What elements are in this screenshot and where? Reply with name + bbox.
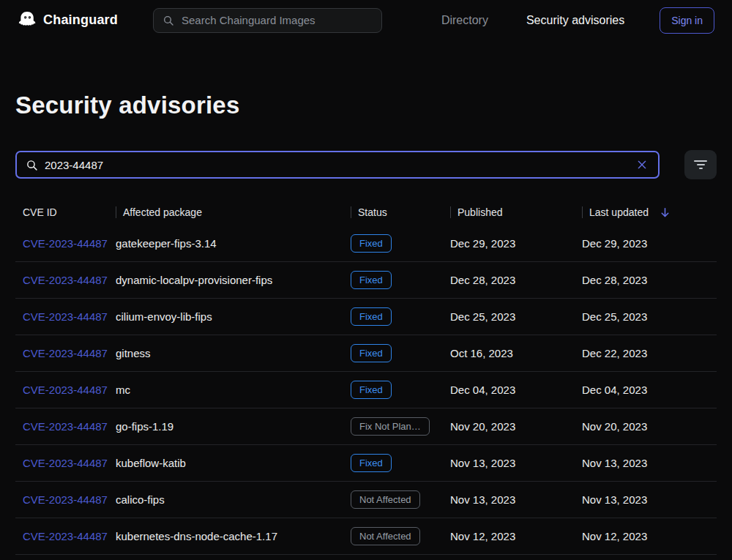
table-row: CVE-2023-44487 gatekeeper-fips-3.14 Fixe… (15, 225, 717, 262)
status-badge: Not Affected (351, 527, 420, 545)
cve-id-link[interactable]: CVE-2023-44487 (23, 310, 108, 323)
chainguard-logo[interactable]: Chainguard (18, 10, 118, 30)
table-row: CVE-2023-44487 kubeflow-katib Fixed Nov … (15, 445, 717, 482)
column-label: Published (458, 206, 503, 218)
filter-icon (694, 160, 707, 169)
status-badge: Fixed (351, 234, 392, 253)
column-label: CVE ID (23, 206, 57, 218)
sort-descending-icon[interactable] (659, 206, 671, 219)
published-date-cell: Dec 04, 2023 (450, 384, 582, 396)
clear-filter-button[interactable] (635, 157, 649, 172)
cve-filter-input[interactable] (45, 159, 635, 171)
column-divider (351, 206, 351, 218)
published-date-cell: Nov 12, 2023 (450, 530, 582, 542)
last-updated-cell: Dec 29, 2023 (582, 237, 717, 250)
column-label: Status (358, 206, 387, 218)
last-updated-cell: Nov 13, 2023 (582, 493, 717, 506)
affected-package-cell: kubernetes-dns-node-cache-1.17 (116, 530, 351, 542)
status-badge: Fixed (351, 344, 392, 362)
nav-link-security-advisories[interactable]: Security advisories (526, 14, 624, 27)
status-badge: Fix Not Plan… (351, 417, 430, 436)
last-updated-cell: Dec 28, 2023 (582, 274, 717, 286)
table-row: CVE-2023-44487 calico-fips Not Affected … (15, 482, 717, 518)
affected-package-cell: mc (116, 384, 351, 396)
brand-name: Chainguard (43, 12, 118, 28)
column-divider (450, 206, 451, 218)
published-date-cell: Dec 28, 2023 (450, 274, 582, 286)
sign-in-button[interactable]: Sign in (660, 7, 714, 34)
table-body: CVE-2023-44487 gatekeeper-fips-3.14 Fixe… (15, 225, 717, 555)
status-badge: Not Affected (351, 490, 420, 509)
close-icon (636, 159, 648, 171)
page-title: Security advisories (15, 92, 717, 119)
global-search-placeholder: Search Chainguard Images (182, 14, 315, 26)
affected-package-cell: gatekeeper-fips-3.14 (116, 237, 351, 250)
published-date-cell: Nov 20, 2023 (450, 420, 582, 433)
search-icon (163, 15, 174, 26)
cve-filter-box (15, 151, 660, 179)
nav-link-directory[interactable]: Directory (441, 14, 488, 27)
octopus-logo-icon (18, 10, 37, 30)
published-date-cell: Dec 29, 2023 (450, 237, 582, 250)
column-header-cve-id[interactable]: CVE ID (15, 206, 116, 218)
table-row: CVE-2023-44487 kubernetes-dns-node-cache… (15, 518, 717, 555)
cve-id-link[interactable]: CVE-2023-44487 (23, 493, 108, 506)
column-header-affected-package[interactable]: Affected package (116, 206, 351, 218)
affected-package-cell: gitness (116, 347, 351, 359)
column-label: Last updated (589, 206, 649, 218)
status-badge: Fixed (351, 271, 392, 289)
column-header-last-updated[interactable]: Last updated (582, 206, 717, 219)
last-updated-cell: Dec 25, 2023 (582, 310, 717, 323)
affected-package-cell: dynamic-localpv-provisioner-fips (116, 274, 351, 286)
nav-links: Directory Security advisories (441, 14, 624, 27)
last-updated-cell: Dec 22, 2023 (582, 347, 717, 359)
affected-package-cell: cilium-envoy-lib-fips (116, 310, 351, 323)
table-row: CVE-2023-44487 dynamic-localpv-provision… (15, 262, 717, 299)
status-badge: Fixed (351, 381, 392, 399)
search-icon (26, 159, 38, 171)
column-divider (582, 206, 583, 218)
column-header-published[interactable]: Published (450, 206, 582, 218)
cve-id-link[interactable]: CVE-2023-44487 (23, 274, 108, 286)
global-search-input[interactable]: Search Chainguard Images (153, 8, 382, 33)
cve-id-link[interactable]: CVE-2023-44487 (23, 420, 108, 433)
cve-id-link[interactable]: CVE-2023-44487 (23, 347, 108, 359)
status-badge: Fixed (351, 307, 392, 326)
published-date-cell: Dec 25, 2023 (450, 310, 582, 323)
affected-package-cell: go-fips-1.19 (116, 420, 351, 433)
top-navigation: Chainguard Search Chainguard Images Dire… (0, 0, 732, 40)
status-badge: Fixed (351, 454, 392, 472)
table-row: CVE-2023-44487 cilium-envoy-lib-fips Fix… (15, 299, 717, 335)
published-date-cell: Oct 16, 2023 (450, 347, 582, 359)
column-divider (116, 206, 116, 218)
cve-id-link[interactable]: CVE-2023-44487 (23, 530, 108, 542)
filter-button[interactable] (684, 150, 717, 179)
table-row: CVE-2023-44487 go-fips-1.19 Fix Not Plan… (15, 408, 717, 445)
last-updated-cell: Nov 20, 2023 (582, 420, 717, 433)
table-row: CVE-2023-44487 gitness Fixed Oct 16, 202… (15, 335, 717, 372)
affected-package-cell: calico-fips (116, 493, 351, 506)
table-header-row: CVE ID Affected package Status Published… (15, 199, 717, 225)
published-date-cell: Nov 13, 2023 (450, 493, 582, 506)
cve-id-link[interactable]: CVE-2023-44487 (23, 237, 108, 250)
advisories-table: CVE ID Affected package Status Published… (15, 199, 717, 555)
main-content: Security advisories (0, 92, 732, 555)
column-header-status[interactable]: Status (351, 206, 450, 218)
affected-package-cell: kubeflow-katib (116, 457, 351, 469)
cve-id-link[interactable]: CVE-2023-44487 (23, 384, 108, 396)
cve-id-link[interactable]: CVE-2023-44487 (23, 457, 108, 469)
last-updated-cell: Dec 04, 2023 (582, 384, 717, 396)
advisories-toolbar (15, 150, 717, 179)
column-label: Affected package (123, 206, 202, 218)
last-updated-cell: Nov 13, 2023 (582, 457, 717, 469)
last-updated-cell: Nov 12, 2023 (582, 530, 717, 542)
published-date-cell: Nov 13, 2023 (450, 457, 582, 469)
table-row: CVE-2023-44487 mc Fixed Dec 04, 2023 Dec… (15, 372, 717, 408)
